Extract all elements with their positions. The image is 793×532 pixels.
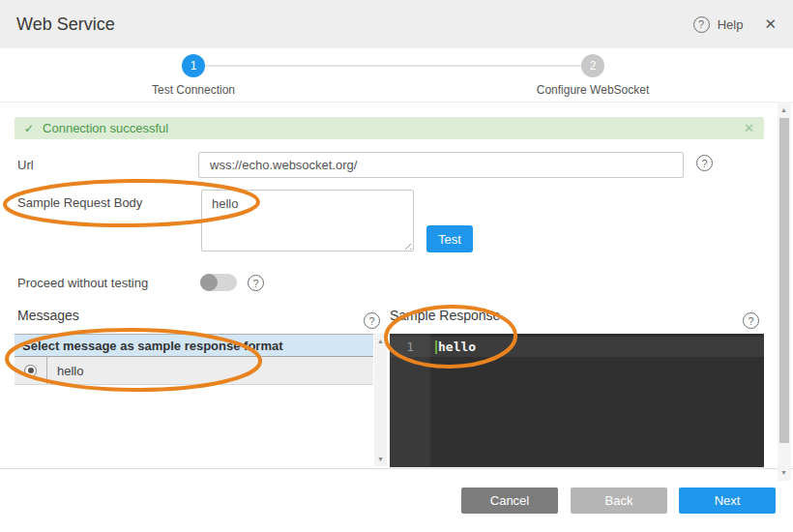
radio-cell xyxy=(15,357,47,384)
message-row-value: hello xyxy=(47,364,83,378)
scroll-down-icon[interactable]: ▼ xyxy=(374,456,387,462)
proceed-toggle[interactable] xyxy=(200,274,237,291)
back-button[interactable]: Back xyxy=(571,488,667,514)
toggle-knob xyxy=(200,274,218,291)
editor-caret xyxy=(435,340,437,354)
dialog-title: Web Service xyxy=(16,15,115,35)
messages-table: Select message as sample response format… xyxy=(15,334,387,466)
main-scrollbar[interactable]: ▲ ▼ xyxy=(778,102,791,481)
sample-response-help-icon[interactable]: ? xyxy=(743,312,759,329)
stepper-connector xyxy=(205,65,582,67)
step-2-label: Configure WebSocket xyxy=(537,83,650,97)
dialog-footer: Cancel Back Next xyxy=(0,468,793,532)
sample-response-editor[interactable]: 1 hello xyxy=(390,334,764,467)
request-body-textarea[interactable]: hello xyxy=(201,190,414,251)
proceed-label: Proceed without testing xyxy=(17,276,148,290)
scroll-down-icon[interactable]: ▼ xyxy=(778,469,790,476)
url-label: Url xyxy=(17,158,34,172)
code-text: hello xyxy=(438,340,476,354)
messages-scrollbar[interactable]: ▲ ▼ xyxy=(374,334,387,466)
close-icon[interactable]: ✕ xyxy=(764,15,777,33)
help-link[interactable]: Help xyxy=(718,17,744,32)
banner-close-icon[interactable]: ✕ xyxy=(744,121,754,135)
header-actions: ? Help ✕ xyxy=(693,15,777,33)
help-icon[interactable]: ? xyxy=(693,16,710,33)
step-1-circle[interactable]: 1 xyxy=(182,54,205,77)
messages-title: Messages xyxy=(17,308,79,323)
check-icon: ✓ xyxy=(24,122,34,135)
success-banner-text: Connection successful xyxy=(43,121,168,135)
scroll-up-icon[interactable]: ▲ xyxy=(374,338,387,344)
web-service-dialog: Web Service ? Help ✕ 1 2 Test Connection… xyxy=(0,0,793,532)
message-row[interactable]: hello xyxy=(15,357,373,385)
cancel-button[interactable]: Cancel xyxy=(461,488,558,514)
sample-response-title: Sample Response xyxy=(390,308,500,323)
proceed-help-icon[interactable]: ? xyxy=(248,275,264,291)
radio-dot xyxy=(28,368,34,373)
messages-table-header: Select message as sample response format xyxy=(15,334,373,357)
step-1-label: Test Connection xyxy=(152,83,235,97)
scroll-up-icon[interactable]: ▲ xyxy=(778,106,790,113)
next-button[interactable]: Next xyxy=(679,488,776,514)
code-line: 1 hello xyxy=(390,337,764,357)
dialog-header: Web Service ? Help ✕ xyxy=(0,0,793,48)
test-button[interactable]: Test xyxy=(426,225,473,252)
line-number: 1 xyxy=(390,340,430,354)
url-help-icon[interactable]: ? xyxy=(696,155,713,171)
url-input[interactable] xyxy=(198,152,684,178)
wizard-stepper: 1 2 Test Connection Configure WebSocket xyxy=(0,48,793,103)
radio-selected[interactable] xyxy=(24,365,37,377)
scrollbar-thumb[interactable] xyxy=(779,118,789,443)
request-body-label: Sample Request Body xyxy=(17,195,142,210)
messages-help-icon[interactable]: ? xyxy=(364,312,380,329)
success-banner: ✓ Connection successful ✕ xyxy=(15,117,764,139)
step-2-circle[interactable]: 2 xyxy=(581,54,604,77)
